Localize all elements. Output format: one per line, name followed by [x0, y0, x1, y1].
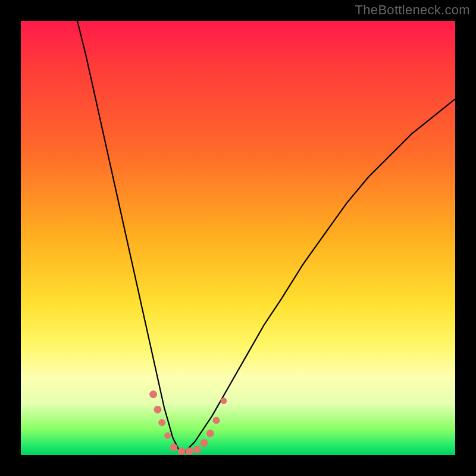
- data-marker: [159, 419, 165, 426]
- data-marker: [154, 406, 161, 413]
- watermark-text: TheBottleneck.com: [355, 2, 470, 18]
- data-marker: [221, 398, 227, 404]
- data-markers-group: [150, 391, 227, 455]
- data-marker: [165, 433, 171, 439]
- data-marker: [186, 447, 193, 455]
- data-marker: [170, 444, 177, 451]
- data-marker: [150, 391, 157, 398]
- data-marker: [193, 446, 201, 453]
- curve-left-branch: [77, 21, 181, 455]
- data-marker: [213, 417, 220, 424]
- data-marker: [206, 430, 214, 437]
- chart-svg: [21, 21, 455, 455]
- chart-frame: TheBottleneck.com: [0, 0, 476, 476]
- data-marker: [178, 447, 185, 455]
- data-marker: [201, 440, 208, 447]
